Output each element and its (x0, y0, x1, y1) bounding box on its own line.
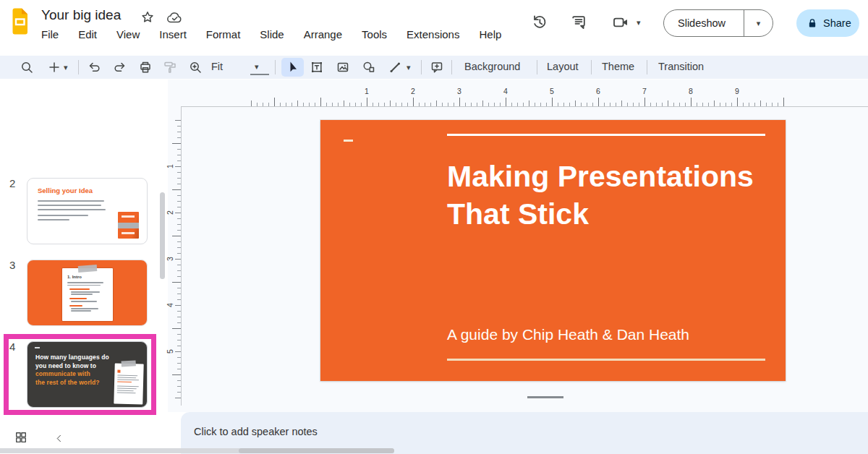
menu-view[interactable]: View (116, 28, 140, 40)
slide-top-rule (447, 134, 765, 136)
collapse-filmstrip-icon[interactable] (54, 433, 64, 446)
horizontal-ruler-baseline (181, 106, 868, 107)
toolbar-divider (421, 60, 422, 74)
filmstrip-scrollbar[interactable] (160, 192, 165, 279)
redo-icon[interactable] (113, 60, 127, 74)
menu-slide[interactable]: Slide (260, 28, 284, 40)
menu-insert[interactable]: Insert (159, 28, 187, 40)
zoom-in-icon[interactable] (188, 60, 203, 74)
notes-resize-handle[interactable] (527, 396, 563, 398)
thumb3-note-title: 1. Intro (67, 275, 82, 279)
document-title[interactable]: Your big idea (41, 7, 121, 23)
menubar: File Edit View Insert Format Slide Arran… (41, 28, 501, 40)
zoom-select-value[interactable]: Fit (211, 61, 223, 72)
current-slide[interactable]: Making Presentations That Stick A guide … (320, 120, 786, 381)
line-caret-icon[interactable]: ▾ (407, 64, 421, 78)
zoom-select-caret-icon[interactable]: ▾ (255, 63, 259, 71)
toolbar-divider (647, 60, 647, 74)
paint-format-icon (163, 60, 177, 74)
star-icon[interactable] (140, 10, 155, 27)
insert-image-icon[interactable] (336, 60, 350, 74)
layout-button[interactable]: Layout (547, 61, 579, 72)
cloud-saved-icon[interactable] (166, 11, 183, 27)
insert-shape-icon[interactable] (362, 60, 376, 74)
camera-dropdown-caret-icon[interactable]: ▾ (637, 19, 641, 27)
menu-file[interactable]: File (41, 28, 59, 40)
menu-tools[interactable]: Tools (362, 28, 387, 40)
undo-icon[interactable] (87, 60, 101, 74)
slide-thumbnail-2[interactable]: Selling your Idea (27, 178, 148, 244)
horizontal-scrollbar-thumb[interactable] (239, 448, 394, 453)
meet-camera-icon[interactable] (612, 14, 629, 34)
menu-format[interactable]: Format (206, 28, 241, 40)
text-box-icon[interactable] (310, 60, 324, 74)
horizontal-ruler (251, 96, 789, 106)
thumb2-title: Selling your Idea (38, 187, 93, 194)
slide-number: 3 (9, 259, 24, 271)
menu-arrange[interactable]: Arrange (304, 28, 342, 40)
toolbar-divider (537, 60, 537, 74)
zoom-select-underline (250, 74, 269, 75)
thumb2-book-image (118, 212, 139, 239)
slides-logo-icon[interactable] (10, 8, 30, 38)
google-slides-app: Your big idea File Edit View Insert Form… (0, 0, 868, 454)
speaker-notes-placeholder[interactable]: Click to add speaker notes (194, 426, 318, 437)
grid-view-icon[interactable] (14, 431, 27, 447)
menu-help[interactable]: Help (479, 28, 501, 40)
toolbar-divider (591, 60, 592, 74)
cursor-icon (286, 60, 300, 74)
slide-thumbnail-3[interactable]: 1. Intro (27, 260, 148, 326)
add-comment-icon[interactable] (430, 60, 444, 74)
slideshow-dropdown-caret-icon[interactable]: ▾ (744, 20, 773, 27)
background-button[interactable]: Background (464, 61, 520, 72)
search-menus-icon[interactable] (20, 60, 34, 74)
new-slide-icon[interactable] (47, 60, 61, 74)
toolbar-divider (451, 60, 452, 74)
transition-button[interactable]: Transition (658, 61, 704, 72)
select-tool-button[interactable] (281, 58, 304, 77)
selected-slide-highlight (4, 334, 156, 415)
version-history-icon[interactable] (531, 14, 548, 34)
toolbar: ▾ Fit ▾ ▾ Background (0, 56, 868, 79)
slide-title-textbox[interactable]: Making Presentations That Stick (447, 158, 774, 233)
print-icon[interactable] (138, 60, 153, 74)
menu-extensions[interactable]: Extensions (407, 28, 459, 40)
theme-button[interactable]: Theme (602, 61, 634, 72)
share-label: Share (823, 17, 851, 29)
comments-icon[interactable] (570, 14, 587, 34)
horizontal-scrollbar[interactable] (0, 448, 394, 453)
slide-filmstrip: 2 Selling your Idea 3 1. Intro (0, 80, 168, 412)
new-slide-caret-icon[interactable]: ▾ (64, 64, 78, 78)
slide-bottom-rule (447, 359, 765, 361)
lock-icon (807, 17, 818, 29)
slide-number: 2 (9, 177, 24, 189)
vertical-ruler-baseline (181, 106, 182, 406)
share-button[interactable]: Share (796, 9, 859, 37)
slideshow-label: Slideshow (664, 17, 744, 29)
insert-line-icon[interactable] (388, 60, 402, 74)
menu-edit[interactable]: Edit (78, 28, 97, 40)
slideshow-button[interactable]: Slideshow ▾ (663, 9, 773, 37)
slide-number-placeholder (344, 140, 353, 142)
app-header: Your big idea File Edit View Insert Form… (0, 0, 868, 56)
toolbar-divider (78, 60, 79, 74)
toolbar-divider (275, 60, 276, 74)
slide-subtitle-textbox[interactable]: A guide by Chip Heath & Dan Heath (447, 326, 689, 343)
